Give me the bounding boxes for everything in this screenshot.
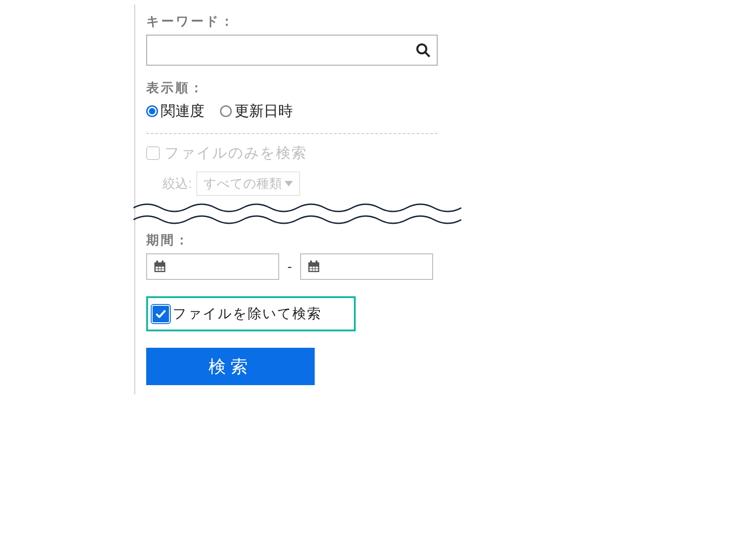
- svg-rect-3: [154, 263, 165, 266]
- svg-point-0: [417, 44, 426, 53]
- period-label: 期間：: [146, 232, 453, 249]
- date-separator: -: [287, 259, 292, 274]
- date-from-input[interactable]: [146, 253, 279, 280]
- checkbox-unchecked-icon[interactable]: [146, 146, 160, 160]
- sort-label: 表示順：: [146, 79, 453, 97]
- checkbox-checked-icon[interactable]: [153, 306, 169, 322]
- svg-rect-4: [156, 261, 158, 264]
- sort-radio-relevance[interactable]: 関連度: [146, 101, 204, 121]
- svg-rect-13: [316, 261, 317, 264]
- file-only-label: ファイルのみを検索: [164, 143, 307, 163]
- sort-radio-group: 関連度 更新日時: [146, 101, 453, 121]
- sort-radio-label: 更新日時: [235, 101, 293, 121]
- svg-rect-12: [310, 261, 312, 264]
- search-button-label: 検索: [209, 355, 252, 378]
- filter-select[interactable]: すべての種類: [196, 171, 300, 196]
- calendar-icon: [153, 259, 167, 274]
- radio-icon: [146, 105, 158, 117]
- filter-row: 絞込: すべての種類: [163, 171, 453, 196]
- radio-icon: [220, 105, 232, 117]
- exclude-files-highlight-box: ファイルを除いて検索: [146, 296, 356, 331]
- keyword-input-wrap: [146, 35, 438, 66]
- svg-line-1: [425, 52, 429, 57]
- search-button[interactable]: 検索: [146, 348, 315, 385]
- sort-radio-updated[interactable]: 更新日時: [220, 101, 293, 121]
- calendar-icon: [306, 259, 321, 274]
- file-only-row: ファイルのみを検索: [146, 143, 453, 163]
- date-range-row: -: [146, 253, 453, 280]
- search-icon[interactable]: [409, 36, 437, 65]
- exclude-files-label: ファイルを除いて検索: [173, 304, 322, 323]
- chevron-down-icon: [285, 181, 293, 186]
- svg-rect-11: [308, 263, 319, 266]
- filter-selected: すべての種類: [204, 175, 282, 192]
- sort-radio-label: 関連度: [161, 101, 204, 121]
- search-panel: キーワード： 表示順： 関連度 更新日時 ファイルのみを検索: [134, 5, 453, 394]
- content-break-indicator: [133, 200, 461, 225]
- divider: [146, 133, 438, 134]
- keyword-input[interactable]: [147, 36, 409, 65]
- filter-label: 絞込:: [163, 175, 192, 192]
- svg-rect-5: [162, 261, 163, 264]
- date-to-input[interactable]: [300, 253, 433, 280]
- keyword-label: キーワード：: [146, 13, 453, 30]
